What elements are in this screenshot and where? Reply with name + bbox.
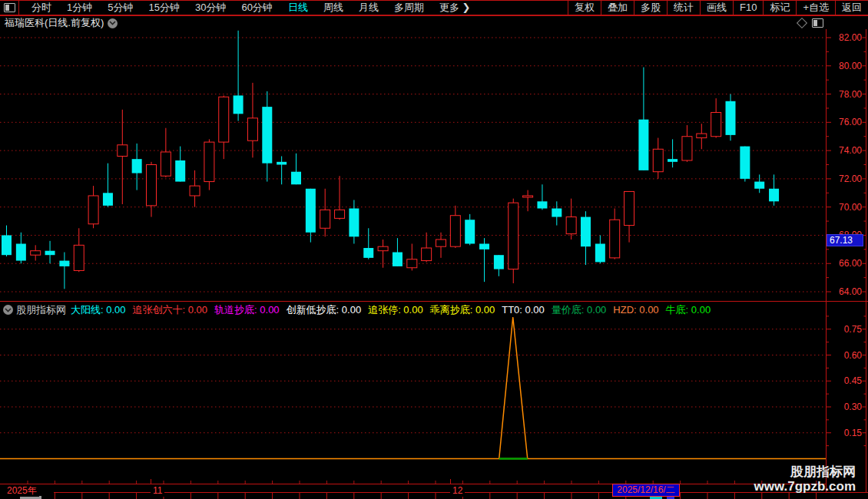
indicator-axis-label: 0.75: [828, 324, 862, 335]
current-date-badge: 2025/12/16/二: [612, 484, 680, 497]
indicator-item-3: 创新低抄底: 0.00: [287, 304, 362, 316]
indicator-values: 大阳线: 0.00追张创六十: 0.00轨道抄底: 0.00创新低抄底: 0.0…: [71, 302, 717, 317]
watermark: 股朋指标网 www.7gpzb.com: [754, 464, 856, 494]
indicator-label-row[interactable]: 股朋指标网 大阳线: 0.00追张创六十: 0.00轨道抄底: 0.00创新低抄…: [0, 303, 825, 316]
price-axis-label: 72.00: [828, 173, 862, 184]
date-axis-label-0: 2025年: [5, 485, 39, 497]
price-axis-label: 80.00: [828, 61, 862, 71]
price-axis-label: 66.00: [828, 258, 862, 269]
last-price-badge: 67.13: [827, 234, 863, 246]
indicator-item-8: HZD: 0.00: [613, 304, 658, 316]
indicator-item-7: 量价底: 0.00: [552, 304, 607, 316]
price-axis-label: 76.00: [828, 117, 862, 127]
price-axis-label: 70.00: [828, 202, 862, 213]
stock-app-window: { "colors": { "up_candle": "#ff2828", "d…: [0, 0, 868, 499]
chevron-down-icon: [5, 308, 12, 312]
indicator-axis-label: 0.45: [828, 375, 862, 386]
indicator-axis-label: 0.30: [828, 402, 862, 412]
indicator-item-6: TT0: 0.00: [502, 304, 545, 316]
indicator-collapse-button[interactable]: [3, 305, 13, 315]
indicator-item-9: 牛底: 0.00: [666, 304, 711, 316]
candlestick-chart-canvas[interactable]: [0, 0, 868, 499]
price-axis-label: 74.00: [828, 145, 862, 156]
indicator-item-1: 追张创六十: 0.00: [133, 304, 208, 316]
price-axis-label: 64.00: [828, 286, 862, 297]
watermark-url: www.7gpzb.com: [754, 479, 856, 494]
indicator-item-5: 乖离抄底: 0.00: [430, 304, 495, 316]
watermark-site-name: 股朋指标网: [754, 464, 856, 479]
indicator-item-2: 轨道抄底: 0.00: [214, 304, 280, 316]
date-axis-label-2: 12: [450, 485, 465, 497]
indicator-axis-label: 0.60: [828, 350, 862, 361]
price-axis-label: 82.00: [828, 32, 862, 43]
date-axis-label-1: 11: [151, 485, 164, 497]
indicator-item-4: 追张停: 0.00: [368, 304, 423, 316]
indicator-axis-label: 0.15: [828, 428, 862, 438]
price-axis-label: 78.00: [828, 89, 862, 100]
indicator-source-name: 股朋指标网: [16, 303, 66, 317]
indicator-item-0: 大阳线: 0.00: [71, 304, 126, 316]
